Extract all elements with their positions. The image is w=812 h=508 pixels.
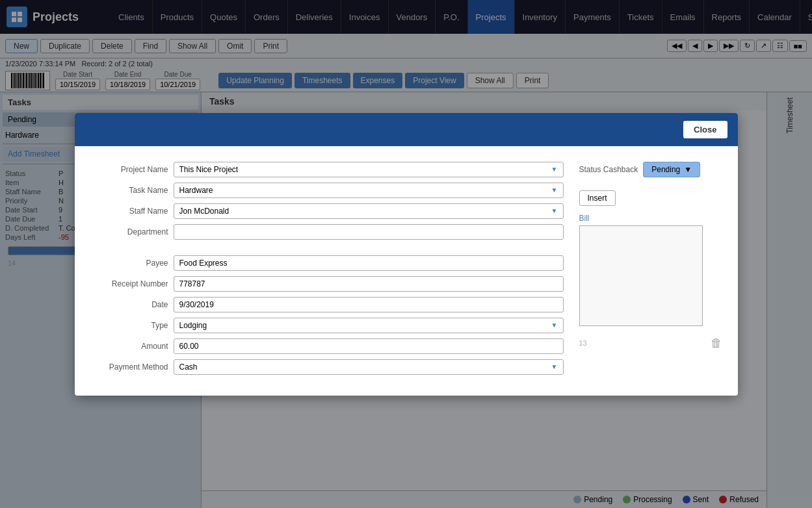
staff-name-input[interactable]: ▼ — [174, 203, 564, 219]
project-name-label: Project Name — [90, 165, 168, 174]
type-select[interactable]: ▼ — [174, 318, 564, 333]
project-name-row: Project Name ▼ — [90, 162, 564, 177]
payee-row: Payee — [90, 255, 564, 271]
bill-section: Bill — [579, 214, 722, 326]
date-label: Date — [90, 300, 168, 309]
task-name-row: Task Name ▼ — [90, 183, 564, 198]
bill-image-area — [579, 225, 703, 326]
staff-name-field[interactable] — [179, 207, 551, 216]
payee-field[interactable] — [174, 255, 564, 271]
task-name-field[interactable] — [179, 186, 551, 195]
modal-header: Close — [75, 113, 738, 146]
type-row: Type ▼ — [90, 318, 564, 333]
task-name-arrow-icon: ▼ — [551, 186, 558, 194]
delete-icon[interactable]: 🗑 — [711, 337, 722, 350]
close-button[interactable]: Close — [683, 121, 727, 138]
status-cashback-value: Pending — [651, 165, 680, 174]
date-row: Date — [90, 297, 564, 312]
receipt-label: Receipt Number — [90, 279, 168, 288]
staff-name-row: Staff Name ▼ — [90, 203, 564, 219]
date-field[interactable] — [174, 297, 564, 312]
status-cashback-row: Status Cashback Pending ▼ — [579, 162, 722, 177]
payment-method-field[interactable] — [179, 362, 551, 372]
receipt-field[interactable] — [174, 276, 564, 292]
staff-name-label: Staff Name — [90, 207, 168, 216]
status-cashback-select[interactable]: Pending ▼ — [643, 162, 700, 177]
payment-method-row: Payment Method ▼ — [90, 359, 564, 375]
type-label: Type — [90, 321, 168, 330]
department-label: Department — [90, 227, 168, 236]
type-field[interactable] — [179, 321, 551, 330]
payment-method-select[interactable]: ▼ — [174, 359, 564, 375]
insert-button[interactable]: Insert — [579, 190, 616, 206]
expense-modal: Close Project Name ▼ Task — [75, 113, 738, 396]
payment-method-arrow-icon: ▼ — [551, 363, 558, 370]
status-cashback-arrow-icon: ▼ — [684, 165, 692, 174]
amount-field[interactable] — [174, 338, 564, 354]
receipt-row: Receipt Number — [90, 276, 564, 292]
project-name-input[interactable]: ▼ — [174, 162, 564, 177]
task-name-label: Task Name — [90, 186, 168, 195]
department-field[interactable] — [174, 224, 564, 240]
task-name-input[interactable]: ▼ — [174, 183, 564, 198]
department-row: Department — [90, 224, 564, 240]
right-form-section: Status Cashback Pending ▼ Insert Bill — [579, 162, 722, 380]
payment-method-label: Payment Method — [90, 362, 168, 372]
bill-label[interactable]: Bill — [579, 214, 722, 223]
amount-row: Amount — [90, 338, 564, 354]
project-name-arrow-icon: ▼ — [551, 166, 558, 173]
record-number: 13 — [579, 339, 587, 347]
staff-name-arrow-icon: ▼ — [551, 207, 558, 214]
type-arrow-icon: ▼ — [551, 322, 558, 329]
payee-label: Payee — [90, 259, 168, 268]
project-name-field[interactable] — [179, 165, 551, 174]
insert-container: Insert — [579, 190, 722, 206]
modal-footer-row: 13 🗑 — [579, 337, 722, 350]
left-form-section: Project Name ▼ Task Name ▼ — [90, 162, 564, 380]
modal-body: Project Name ▼ Task Name ▼ — [75, 146, 738, 396]
status-cashback-label: Status Cashback — [579, 165, 638, 174]
modal-overlay: Close Project Name ▼ Task — [0, 0, 812, 508]
amount-label: Amount — [90, 342, 168, 351]
